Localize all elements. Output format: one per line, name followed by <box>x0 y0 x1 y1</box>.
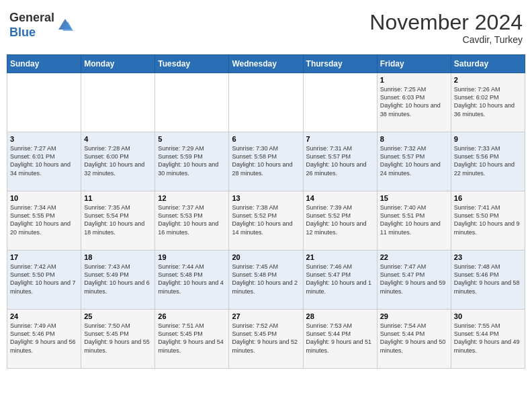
week-row-4: 17Sunrise: 7:42 AM Sunset: 5:50 PM Dayli… <box>7 250 525 310</box>
day-cell: 29Sunrise: 7:54 AM Sunset: 5:44 PM Dayli… <box>377 310 451 369</box>
day-number: 14 <box>306 194 374 202</box>
day-content: Sunrise: 7:52 AM Sunset: 5:45 PM Dayligh… <box>232 322 300 355</box>
day-content: Sunrise: 7:51 AM Sunset: 5:45 PM Dayligh… <box>158 322 226 355</box>
weekday-header-thursday: Thursday <box>303 55 377 73</box>
day-cell: 25Sunrise: 7:50 AM Sunset: 5:45 PM Dayli… <box>81 310 155 369</box>
day-cell: 16Sunrise: 7:41 AM Sunset: 5:50 PM Dayli… <box>451 191 525 250</box>
page-header: General Blue November 2024 Cavdir, Turke… <box>7 7 525 49</box>
day-cell: 2Sunrise: 7:26 AM Sunset: 6:02 PM Daylig… <box>451 73 525 132</box>
day-content: Sunrise: 7:39 AM Sunset: 5:52 PM Dayligh… <box>306 203 374 236</box>
day-number: 13 <box>232 194 300 202</box>
day-content: Sunrise: 7:46 AM Sunset: 5:47 PM Dayligh… <box>306 263 374 295</box>
day-number: 29 <box>380 312 448 320</box>
day-cell: 11Sunrise: 7:35 AM Sunset: 5:54 PM Dayli… <box>81 191 155 250</box>
weekday-header-tuesday: Tuesday <box>155 55 229 73</box>
day-cell: 10Sunrise: 7:34 AM Sunset: 5:55 PM Dayli… <box>7 191 81 250</box>
day-content: Sunrise: 7:55 AM Sunset: 5:44 PM Dayligh… <box>454 322 522 355</box>
day-cell: 17Sunrise: 7:42 AM Sunset: 5:50 PM Dayli… <box>7 250 81 310</box>
weekday-header-saturday: Saturday <box>451 55 525 73</box>
week-row-1: 1Sunrise: 7:25 AM Sunset: 6:03 PM Daylig… <box>7 73 525 132</box>
day-cell: 1Sunrise: 7:25 AM Sunset: 6:03 PM Daylig… <box>377 73 451 132</box>
calendar-table: SundayMondayTuesdayWednesdayThursdayFrid… <box>7 54 525 369</box>
day-cell <box>81 73 155 132</box>
day-cell: 28Sunrise: 7:53 AM Sunset: 5:44 PM Dayli… <box>303 310 377 369</box>
day-content: Sunrise: 7:37 AM Sunset: 5:53 PM Dayligh… <box>158 203 226 236</box>
day-cell <box>155 73 229 132</box>
day-number: 2 <box>454 76 522 84</box>
day-cell: 27Sunrise: 7:52 AM Sunset: 5:45 PM Dayli… <box>229 310 303 369</box>
day-number: 20 <box>232 253 300 261</box>
day-number: 17 <box>10 253 78 261</box>
day-content: Sunrise: 7:27 AM Sunset: 6:01 PM Dayligh… <box>10 144 78 177</box>
day-content: Sunrise: 7:41 AM Sunset: 5:50 PM Dayligh… <box>454 203 522 236</box>
day-content: Sunrise: 7:28 AM Sunset: 6:00 PM Dayligh… <box>84 144 152 177</box>
day-cell: 24Sunrise: 7:49 AM Sunset: 5:46 PM Dayli… <box>7 310 81 369</box>
day-number: 7 <box>306 135 374 143</box>
day-content: Sunrise: 7:53 AM Sunset: 5:44 PM Dayligh… <box>306 322 374 355</box>
logo: General Blue <box>9 11 75 40</box>
week-row-5: 24Sunrise: 7:49 AM Sunset: 5:46 PM Dayli… <box>7 310 525 369</box>
weekday-header-row: SundayMondayTuesdayWednesdayThursdayFrid… <box>7 55 525 73</box>
week-row-2: 3Sunrise: 7:27 AM Sunset: 6:01 PM Daylig… <box>7 132 525 191</box>
day-content: Sunrise: 7:40 AM Sunset: 5:51 PM Dayligh… <box>380 203 448 236</box>
day-cell: 26Sunrise: 7:51 AM Sunset: 5:45 PM Dayli… <box>155 310 229 369</box>
day-content: Sunrise: 7:33 AM Sunset: 5:56 PM Dayligh… <box>454 144 522 177</box>
day-content: Sunrise: 7:29 AM Sunset: 5:59 PM Dayligh… <box>158 144 226 177</box>
title-block: November 2024 Cavdir, Turkey <box>369 11 523 45</box>
day-content: Sunrise: 7:54 AM Sunset: 5:44 PM Dayligh… <box>380 322 448 355</box>
day-number: 12 <box>158 194 226 202</box>
day-content: Sunrise: 7:49 AM Sunset: 5:46 PM Dayligh… <box>10 322 78 355</box>
day-number: 25 <box>84 312 152 320</box>
weekday-header-sunday: Sunday <box>7 55 81 73</box>
day-content: Sunrise: 7:44 AM Sunset: 5:48 PM Dayligh… <box>158 263 226 295</box>
day-number: 15 <box>380 194 448 202</box>
day-number: 9 <box>454 135 522 143</box>
day-content: Sunrise: 7:47 AM Sunset: 5:47 PM Dayligh… <box>380 263 448 295</box>
day-number: 21 <box>306 253 374 261</box>
day-number: 27 <box>232 312 300 320</box>
day-content: Sunrise: 7:43 AM Sunset: 5:49 PM Dayligh… <box>84 263 152 295</box>
month-title: November 2024 <box>369 11 523 34</box>
day-content: Sunrise: 7:38 AM Sunset: 5:52 PM Dayligh… <box>232 203 300 236</box>
location: Cavdir, Turkey <box>369 34 523 45</box>
day-number: 8 <box>380 135 448 143</box>
day-number: 30 <box>454 312 522 320</box>
day-cell: 7Sunrise: 7:31 AM Sunset: 5:57 PM Daylig… <box>303 132 377 191</box>
day-number: 22 <box>380 253 448 261</box>
day-cell: 21Sunrise: 7:46 AM Sunset: 5:47 PM Dayli… <box>303 250 377 310</box>
day-cell <box>303 73 377 132</box>
week-row-3: 10Sunrise: 7:34 AM Sunset: 5:55 PM Dayli… <box>7 191 525 250</box>
day-cell: 5Sunrise: 7:29 AM Sunset: 5:59 PM Daylig… <box>155 132 229 191</box>
day-cell: 15Sunrise: 7:40 AM Sunset: 5:51 PM Dayli… <box>377 191 451 250</box>
day-number: 19 <box>158 253 226 261</box>
day-number: 1 <box>380 76 448 84</box>
logo-icon <box>56 16 75 35</box>
day-number: 10 <box>10 194 78 202</box>
day-cell <box>229 73 303 132</box>
day-cell: 12Sunrise: 7:37 AM Sunset: 5:53 PM Dayli… <box>155 191 229 250</box>
weekday-header-monday: Monday <box>81 55 155 73</box>
day-cell: 9Sunrise: 7:33 AM Sunset: 5:56 PM Daylig… <box>451 132 525 191</box>
day-number: 18 <box>84 253 152 261</box>
day-content: Sunrise: 7:45 AM Sunset: 5:48 PM Dayligh… <box>232 263 300 295</box>
day-cell <box>7 73 81 132</box>
day-content: Sunrise: 7:25 AM Sunset: 6:03 PM Dayligh… <box>380 85 448 118</box>
day-number: 11 <box>84 194 152 202</box>
day-number: 6 <box>232 135 300 143</box>
day-number: 4 <box>84 135 152 143</box>
day-number: 3 <box>10 135 78 143</box>
day-cell: 14Sunrise: 7:39 AM Sunset: 5:52 PM Dayli… <box>303 191 377 250</box>
day-cell: 20Sunrise: 7:45 AM Sunset: 5:48 PM Dayli… <box>229 250 303 310</box>
day-content: Sunrise: 7:31 AM Sunset: 5:57 PM Dayligh… <box>306 144 374 177</box>
day-content: Sunrise: 7:50 AM Sunset: 5:45 PM Dayligh… <box>84 322 152 355</box>
day-content: Sunrise: 7:42 AM Sunset: 5:50 PM Dayligh… <box>10 263 78 295</box>
day-number: 28 <box>306 312 374 320</box>
day-number: 16 <box>454 194 522 202</box>
day-content: Sunrise: 7:34 AM Sunset: 5:55 PM Dayligh… <box>10 203 78 236</box>
day-cell: 3Sunrise: 7:27 AM Sunset: 6:01 PM Daylig… <box>7 132 81 191</box>
day-cell: 22Sunrise: 7:47 AM Sunset: 5:47 PM Dayli… <box>377 250 451 310</box>
day-cell: 4Sunrise: 7:28 AM Sunset: 6:00 PM Daylig… <box>81 132 155 191</box>
logo-general: General <box>9 11 54 24</box>
day-number: 5 <box>158 135 226 143</box>
day-content: Sunrise: 7:30 AM Sunset: 5:58 PM Dayligh… <box>232 144 300 177</box>
